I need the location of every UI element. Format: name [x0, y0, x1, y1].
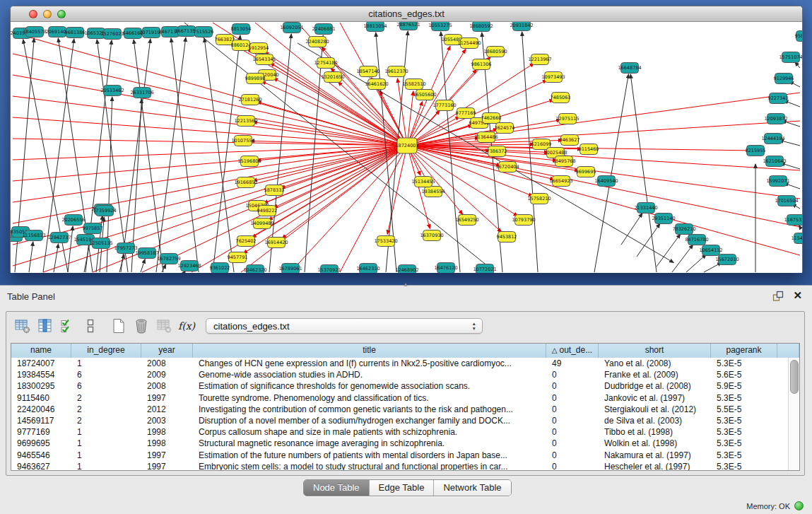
cell-out-de-: 0: [546, 438, 599, 449]
network-canvas[interactable]: 2403557218405578206914069681386106532571…: [11, 22, 802, 273]
table-row[interactable]: 946362711997Embryonic stem cells: a mode…: [11, 461, 789, 470]
citation-edge-black: [637, 223, 660, 257]
table-row[interactable]: 969969511998Structural magnetic resonanc…: [11, 438, 789, 449]
graph-node-label: 16654923: [549, 178, 572, 184]
select-column-icon[interactable]: [36, 317, 54, 335]
column-header-short[interactable]: short: [599, 344, 711, 358]
cell-title: Investigating the contribution of common…: [193, 404, 546, 415]
table-row[interactable]: 1830029562008Estimation of significance …: [11, 380, 789, 392]
citation-edge-black: [795, 62, 800, 68]
cell-pagerank: 5.9E-5: [711, 380, 777, 392]
cell-short: Dudbridge et al. (2008): [599, 380, 711, 392]
citation-edge-red: [407, 146, 800, 255]
cell-pagerank: 5.3E-5: [711, 415, 777, 426]
citation-edge-red: [13, 146, 407, 245]
table-row[interactable]: 1938455462009Genome-wide association stu…: [11, 369, 789, 380]
citation-edge-red: [290, 146, 407, 272]
cell-year: 1997: [141, 450, 193, 461]
cell-pagerank: 5.3E-5: [711, 392, 777, 404]
column-header-in-degree[interactable]: in_degree: [71, 344, 141, 358]
graph-node-label: 16210643: [763, 158, 786, 164]
graph-node-label: 16092051: [280, 25, 303, 30]
graph-node-label: 22406881: [312, 26, 335, 32]
cell-pagerank: 5.6E-5: [711, 369, 777, 380]
cell-title: Genome-wide association studies in ADHD.: [193, 369, 546, 380]
graph-node-label: 15751074: [779, 54, 802, 60]
graph-node-label: 9463627: [560, 137, 580, 143]
graph-node-label: 15276021: [100, 31, 124, 37]
table-settings-icon[interactable]: [13, 317, 32, 335]
window-titlebar[interactable]: citations_edges.txt: [11, 6, 802, 22]
citation-edge-black: [594, 74, 628, 272]
cell-out-de-: 0: [546, 415, 599, 426]
sort-ascending-icon: △: [552, 346, 558, 354]
graph-node-label: 18547140: [356, 69, 379, 74]
graph-node-label: 12942737: [47, 235, 71, 240]
cell-title: Disruption of a novel member of a sodium…: [193, 415, 546, 426]
table-select-dropdown[interactable]: citations_edges.txt ▲▼: [206, 318, 483, 334]
column-header-year[interactable]: year: [141, 344, 193, 358]
cell-name: 18724007: [11, 358, 71, 369]
trash-icon[interactable]: [132, 317, 151, 335]
citation-edge-black: [68, 226, 73, 272]
citation-edge-red: [13, 96, 407, 146]
table-row[interactable]: 977716911998Corpus callosum shape and si…: [11, 426, 789, 438]
graph-node-label: 9453812: [497, 234, 517, 240]
citation-edge-red: [407, 121, 800, 146]
cell-year: 1997: [141, 461, 193, 470]
citation-edge-red: [407, 146, 800, 199]
vertical-scrollbar[interactable]: [788, 358, 799, 470]
graph-node-label: 10462320: [243, 267, 266, 273]
graph-node-label: 7462660: [481, 115, 502, 121]
cell-year: 2012: [141, 404, 193, 415]
graph-node-label: 26331706: [130, 90, 153, 95]
cell-name: 14569117: [11, 415, 71, 426]
graph-node-label: 29351140: [652, 216, 675, 221]
column-header-title[interactable]: title: [193, 344, 546, 358]
graph-node-label: 13201650: [321, 74, 344, 80]
cell-in-degree: 6: [71, 369, 141, 380]
tab-network-table[interactable]: Network Table: [434, 480, 510, 496]
citation-edge-red: [257, 102, 407, 146]
column-header-out-de-[interactable]: △out_de...: [546, 344, 599, 358]
graph-node-label: 9361022: [210, 265, 230, 271]
new-document-icon[interactable]: [110, 317, 128, 335]
cell-out-de-: 0: [546, 426, 599, 438]
rows-icon[interactable]: [81, 317, 100, 335]
graph-node-label: 9681386: [65, 30, 86, 35]
select-all-checks-icon[interactable]: [59, 317, 77, 335]
graph-node-label: 15992071: [766, 178, 789, 184]
graph-node-label: 16914420: [264, 240, 288, 245]
graph-node-label: 8813054: [231, 26, 252, 32]
graph-node-label: 9581435: [795, 33, 802, 39]
scrollbar-thumb[interactable]: [790, 360, 799, 394]
graph-node-label: 22408280: [305, 39, 329, 45]
cell-out-de-: 0: [546, 450, 599, 461]
table-row[interactable]: 911546021997Tourette syndrome. Phenomeno…: [11, 392, 789, 404]
cell-in-degree: 1: [71, 450, 141, 461]
column-header-pagerank[interactable]: pagerank: [711, 344, 777, 358]
graph-node-label: 16461620: [365, 81, 388, 87]
tab-node-table[interactable]: Node Table: [304, 480, 370, 496]
table-row[interactable]: 2242004622012Investigating the contribut…: [11, 404, 789, 415]
float-panel-icon[interactable]: [772, 291, 784, 302]
graph-node-label: 11254490: [457, 40, 481, 46]
table-select-value: citations_edges.txt: [213, 321, 290, 332]
cell-name: 9777169: [11, 426, 71, 438]
graph-node-label: 7386372: [487, 148, 507, 154]
close-panel-icon[interactable]: ✕: [793, 289, 802, 302]
memory-status-indicator[interactable]: [794, 501, 804, 510]
table-row[interactable]: 1872400712008Changes of HCN gene express…: [11, 358, 789, 369]
panel-splitter-handle[interactable]: ▲: [401, 283, 410, 287]
graph-node-label: 16462310: [356, 266, 379, 271]
cell-out-de-: 0: [546, 461, 599, 470]
graph-node-label: 17359924: [93, 208, 116, 214]
table-type-tabs: Node TableEdge TableNetwork Table: [303, 479, 512, 496]
tab-edge-table[interactable]: Edge Table: [370, 480, 435, 496]
cell-year: 1998: [141, 438, 193, 449]
function-builder-icon[interactable]: f(x): [177, 317, 196, 335]
column-header-name[interactable]: name: [11, 344, 71, 358]
table-row[interactable]: 1456911722003Disruption of a novel membe…: [11, 415, 789, 426]
table-row[interactable]: 946554611997Estimation of the future num…: [11, 450, 789, 461]
graph-node-label: 16720404: [495, 164, 519, 170]
